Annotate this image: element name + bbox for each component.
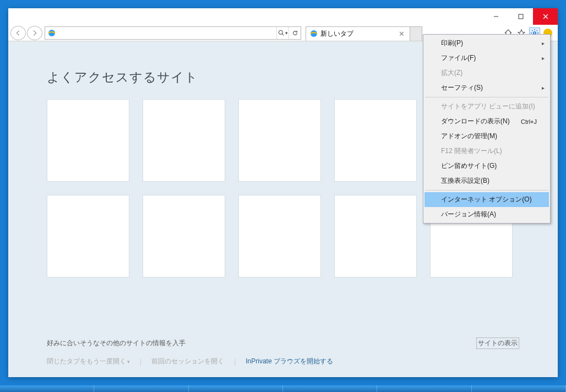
refresh-button[interactable] xyxy=(289,27,301,39)
menu-internet-options[interactable]: インターネット オプション(O) xyxy=(425,192,549,207)
menu-about[interactable]: バージョン情報(A) xyxy=(425,207,549,222)
search-button[interactable]: ▾ xyxy=(276,27,289,39)
show-sites-link[interactable]: サイトの表示 xyxy=(476,337,519,349)
menu-compat-view[interactable]: 互換表示設定(B) xyxy=(425,173,549,188)
menu-add-to-apps[interactable]: サイトをアプリ ビューに追加(I) xyxy=(425,99,549,114)
menu-pinned-sites[interactable]: ピン留めサイト(G) xyxy=(425,159,549,173)
tab-title: 新しいタブ xyxy=(320,29,353,39)
menu-safety[interactable]: セーフティ(S)▸ xyxy=(425,80,549,95)
menu-zoom[interactable]: 拡大(Z) xyxy=(425,66,549,80)
ie-logo-icon xyxy=(309,29,318,38)
site-tile[interactable] xyxy=(143,195,225,277)
titlebar xyxy=(8,8,558,25)
ie-logo-icon xyxy=(47,29,56,37)
menu-downloads[interactable]: ダウンロードの表示(N)Ctrl+J xyxy=(425,114,549,129)
site-tile[interactable] xyxy=(238,195,321,277)
new-tab-button[interactable] xyxy=(410,26,422,41)
suggested-sites-text: 好みに合いそうなその他のサイトの情報を入手 xyxy=(47,339,186,348)
close-button[interactable] xyxy=(533,8,558,25)
site-tile[interactable] xyxy=(238,99,321,182)
tab-new[interactable]: 新しいタブ ✕ xyxy=(306,26,410,41)
menu-addons[interactable]: アドオンの管理(M) xyxy=(425,129,549,144)
site-tile[interactable] xyxy=(47,99,129,182)
forward-button[interactable] xyxy=(27,26,42,40)
reopen-closed-tab-link[interactable]: 閉じたタブをもう一度開く▾ xyxy=(47,357,130,366)
start-inprivate-link[interactable]: InPrivate ブラウズを開始する xyxy=(246,357,333,366)
url-input[interactable] xyxy=(58,27,276,39)
taskbar[interactable] xyxy=(0,385,566,392)
site-tile[interactable] xyxy=(143,99,225,182)
site-tile[interactable] xyxy=(334,99,417,182)
back-button[interactable] xyxy=(10,26,26,40)
menu-separator xyxy=(425,97,548,97)
address-bar[interactable]: ▾ xyxy=(45,26,301,40)
svg-rect-1 xyxy=(519,14,523,19)
svg-line-6 xyxy=(282,34,284,35)
site-tile[interactable] xyxy=(47,195,129,277)
reopen-last-session-link[interactable]: 前回のセッションを開く xyxy=(151,357,224,366)
site-tile[interactable] xyxy=(334,195,417,277)
minimize-button[interactable] xyxy=(483,8,508,25)
menu-separator xyxy=(425,190,548,190)
maximize-button[interactable] xyxy=(508,8,533,25)
tools-menu: 印刷(P)▸ ファイル(F)▸ 拡大(Z) セーフティ(S)▸ サイトをアプリ … xyxy=(423,34,551,224)
svg-point-5 xyxy=(279,30,282,34)
menu-print[interactable]: 印刷(P)▸ xyxy=(425,36,549,51)
menu-f12-devtools[interactable]: F12 開発者ツール(L) xyxy=(425,144,549,159)
tab-close-button[interactable]: ✕ xyxy=(397,30,406,38)
bottom-bar: 好みに合いそうなその他のサイトの情報を入手 サイトの表示 閉じたタブをもう一度開… xyxy=(47,337,519,366)
menu-file[interactable]: ファイル(F)▸ xyxy=(425,51,549,66)
